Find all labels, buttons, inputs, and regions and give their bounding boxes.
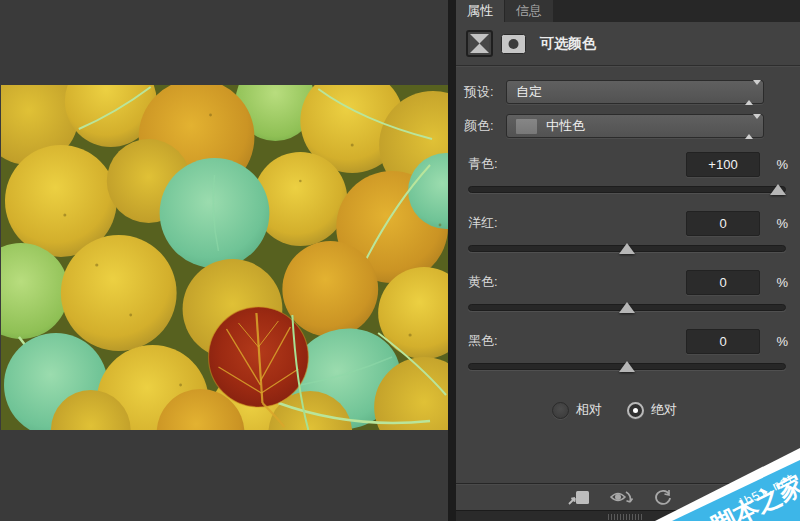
document-photo-leaves[interactable] <box>1 85 448 430</box>
preset-dropdown[interactable]: 自定 <box>506 80 764 104</box>
tab-properties-label: 属性 <box>467 3 493 18</box>
relative-radio-circle[interactable] <box>552 402 569 419</box>
absolute-radio-circle[interactable] <box>627 402 644 419</box>
resize-grip[interactable] <box>608 514 642 520</box>
panel-divider <box>448 0 456 521</box>
relative-radio[interactable]: 相对 <box>552 401 602 419</box>
black-percent-sign: % <box>768 334 788 349</box>
dropdown-arrows-icon <box>745 119 754 134</box>
neutral-color-swatch <box>516 119 537 134</box>
preset-label: 预设: <box>464 83 506 101</box>
panel-spacer <box>456 419 800 483</box>
magenta-label: 洋红: <box>468 214 686 232</box>
magenta-value-field[interactable]: 0 <box>686 211 760 236</box>
relative-radio-label: 相对 <box>576 401 602 419</box>
yellow-value-field[interactable]: 0 <box>686 270 760 295</box>
reset-icon[interactable] <box>654 489 672 506</box>
panel-tabbar: 属性 信息 <box>456 0 800 22</box>
color-value: 中性色 <box>546 117 585 135</box>
cyan-slider-group: 青色: +100 % <box>456 151 800 197</box>
photoshop-workspace: 属性 信息 可选颜色 <box>0 0 800 521</box>
magenta-slider-group: 洋红: 0 % <box>456 210 800 256</box>
absolute-radio-label: 绝对 <box>651 401 677 419</box>
black-slider-thumb[interactable] <box>619 361 635 372</box>
tab-properties[interactable]: 属性 <box>456 0 504 22</box>
tab-info[interactable]: 信息 <box>505 0 553 22</box>
panel-toolbar <box>456 483 800 510</box>
tab-info-label: 信息 <box>516 3 542 18</box>
cyan-percent-sign: % <box>768 157 788 172</box>
magenta-slider-thumb[interactable] <box>619 243 635 254</box>
yellow-slider-thumb[interactable] <box>619 302 635 313</box>
method-radio-row: 相对 绝对 <box>456 401 800 419</box>
black-value-field[interactable]: 0 <box>686 329 760 354</box>
panel-header: 可选颜色 <box>456 22 800 66</box>
preset-row: 预设: 自定 <box>456 80 800 104</box>
view-previous-state-icon[interactable] <box>609 489 635 506</box>
magenta-percent-sign: % <box>768 216 788 231</box>
canvas-area[interactable] <box>0 0 448 521</box>
yellow-label: 黄色: <box>468 273 686 291</box>
properties-panel: 属性 信息 可选颜色 <box>456 0 800 521</box>
layer-mask-icon[interactable] <box>501 34 526 54</box>
absolute-radio[interactable]: 绝对 <box>627 401 677 419</box>
selective-color-adjustment-icon[interactable] <box>466 30 493 57</box>
dropdown-arrows-icon <box>745 85 754 100</box>
black-slider-group: 黑色: 0 % <box>456 328 800 374</box>
adjustment-title: 可选颜色 <box>540 35 596 53</box>
yellow-percent-sign: % <box>768 275 788 290</box>
yellow-slider-group: 黄色: 0 % <box>456 269 800 315</box>
color-dropdown[interactable]: 中性色 <box>506 114 764 138</box>
cyan-value-field[interactable]: +100 <box>686 152 760 177</box>
preset-value: 自定 <box>516 83 542 101</box>
cyan-slider-track[interactable] <box>468 186 786 193</box>
clip-to-layer-icon[interactable] <box>568 489 590 506</box>
black-label: 黑色: <box>468 332 686 350</box>
cyan-slider-thumb[interactable] <box>770 184 786 195</box>
color-label: 颜色: <box>464 117 506 135</box>
panel-bottom-strip <box>456 510 800 521</box>
color-row: 颜色: 中性色 <box>456 114 800 138</box>
cyan-label: 青色: <box>468 155 686 173</box>
tabbar-spacer <box>554 0 800 22</box>
